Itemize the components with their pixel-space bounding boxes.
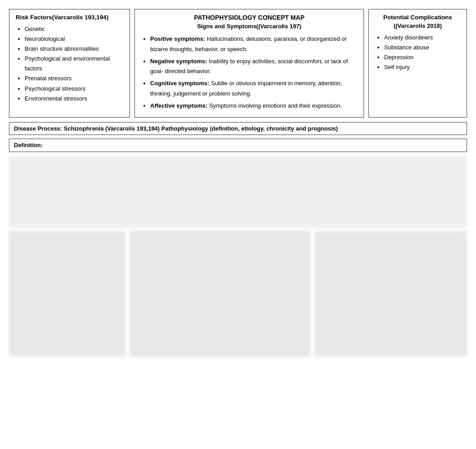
symptom-negative-label: Negative symptoms: — [150, 58, 207, 65]
blurred-row — [9, 231, 467, 357]
blurred-box-left — [9, 231, 125, 357]
pathophysiology-box: PATHOPHYSIOLOGY CONCEPT MAP Signs and Sy… — [134, 9, 364, 118]
symptom-cognitive: Cognitive symptoms: Subtle or obvious im… — [150, 78, 356, 99]
pathophysiology-title: PATHOPHYSIOLOGY CONCEPT MAP — [142, 14, 356, 21]
definition-label: Definition: — [14, 142, 43, 148]
blurred-box-middle — [130, 231, 310, 357]
complications-list: Anxiety disordewrs Substance abuse Depre… — [375, 33, 460, 72]
list-item: Anxiety disordewrs — [384, 33, 460, 43]
top-section: Risk Factors(Varcarolis 193,194) Genetic… — [0, 0, 476, 122]
list-item: Psychological and environmental factors — [25, 54, 123, 74]
symptom-positive-label: Positive symptoms: — [150, 35, 205, 42]
disease-process-text: Disease Process: Schizophrenia (Varcarol… — [14, 125, 338, 132]
list-item: Brain structure abnormalities — [25, 44, 123, 54]
list-item: Neurobiological — [25, 34, 123, 44]
list-item: Genetic — [25, 24, 123, 34]
disease-process-bar: Disease Process: Schizophrenia (Varcarol… — [9, 122, 467, 135]
potential-complications-box: Potential Complications ((Varcarolis 201… — [368, 9, 467, 118]
risk-factors-list: Genetic Neurobiological Brain structure … — [16, 24, 123, 104]
symptom-affective-text: Symptoms involving emotions and their ex… — [209, 102, 342, 109]
list-item: Self injury — [384, 62, 460, 72]
list-item: Depression — [384, 52, 460, 62]
symptom-negative: Negative symptoms: Inability to enjoy ac… — [150, 57, 356, 77]
symptom-affective-label: Affective symptoms: — [150, 102, 208, 109]
symptom-positive: Positive symptoms: Hallucinations, delus… — [150, 34, 356, 55]
symptom-cognitive-label: Cognitive symptoms: — [150, 80, 209, 87]
bottom-space — [0, 357, 476, 428]
list-item: Substance abuse — [384, 43, 460, 52]
pathophysiology-subtitle: Signs and Symptoms((Varcarolis 197) — [142, 23, 356, 30]
symptom-affective: Affective symptoms: Symptoms involving e… — [150, 101, 356, 111]
symptoms-list: Positive symptoms: Hallucinations, delus… — [142, 34, 356, 111]
definition-section: Definition: — [9, 139, 467, 152]
list-item: Prenatal stressors — [25, 74, 123, 83]
list-item: Psychological stressors — [25, 84, 123, 94]
potential-complications-title: Potential Complications — [375, 14, 460, 21]
list-item: Environmental stressors — [25, 94, 123, 104]
blurred-content-top — [9, 156, 467, 227]
risk-factors-box: Risk Factors(Varcarolis 193,194) Genetic… — [9, 9, 130, 118]
potential-complications-subtitle: ((Varcarolis 2018) — [375, 22, 460, 29]
risk-factors-title: Risk Factors(Varcarolis 193,194) — [16, 14, 123, 21]
blurred-box-right — [315, 231, 467, 357]
